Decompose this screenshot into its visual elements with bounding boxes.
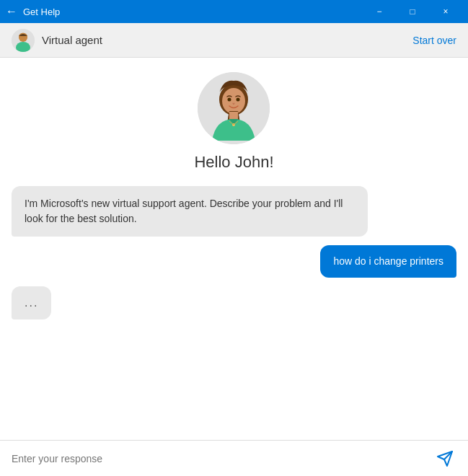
typing-indicator: ... bbox=[12, 286, 51, 319]
window-controls: − □ × bbox=[363, 0, 462, 23]
header-bar: Virtual agent Start over bbox=[0, 23, 468, 58]
title-bar: ← Get Help − □ × bbox=[0, 0, 468, 23]
maximize-button[interactable]: □ bbox=[396, 0, 429, 23]
response-input[interactable] bbox=[12, 453, 433, 464]
agent-name-label: Virtual agent bbox=[42, 34, 102, 46]
svg-point-11 bbox=[228, 98, 231, 102]
input-area bbox=[0, 440, 468, 476]
header-left: Virtual agent bbox=[12, 29, 412, 52]
greeting-text: Hello John! bbox=[194, 153, 273, 172]
avatar-small bbox=[12, 29, 35, 52]
back-button[interactable]: ← bbox=[6, 5, 17, 18]
minimize-button[interactable]: − bbox=[363, 0, 396, 23]
svg-point-6 bbox=[222, 88, 245, 114]
user-message-bubble: how do i change printers bbox=[320, 245, 456, 278]
send-icon bbox=[436, 450, 454, 467]
chat-messages: I'm Microsoft's new virtual support agen… bbox=[12, 186, 456, 319]
chat-area: Hello John! I'm Microsoft's new virtual … bbox=[0, 58, 468, 440]
start-over-button[interactable]: Start over bbox=[412, 35, 456, 46]
send-button[interactable] bbox=[433, 447, 456, 470]
svg-point-12 bbox=[237, 98, 240, 102]
avatar-greeting: Hello John! bbox=[194, 72, 273, 172]
avatar-large bbox=[198, 72, 270, 144]
app-title: Get Help bbox=[23, 6, 60, 17]
agent-message-bubble: I'm Microsoft's new virtual support agen… bbox=[12, 186, 368, 237]
close-button[interactable]: × bbox=[429, 0, 462, 23]
